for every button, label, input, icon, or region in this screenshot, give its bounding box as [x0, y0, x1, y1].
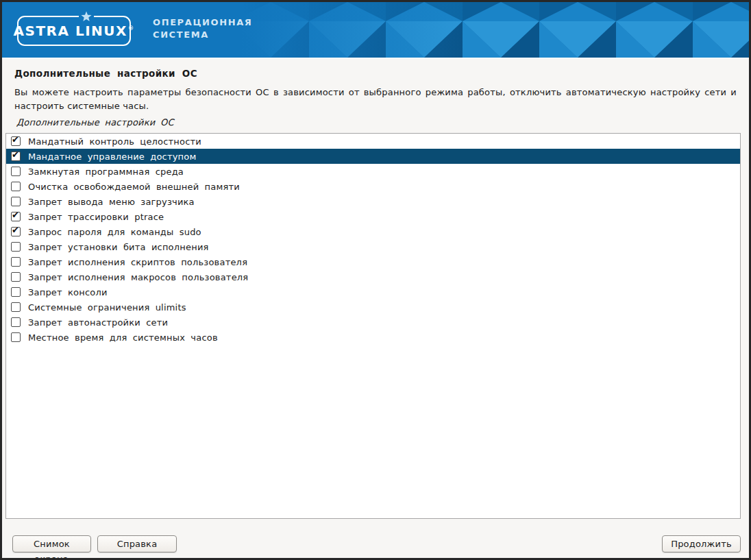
option-label: Запрос пароля для команды sudo [28, 227, 201, 237]
checkbox-checked-icon[interactable]: ✔ [11, 136, 21, 146]
option-row[interactable]: ✔Местное время для системных часов [6, 330, 740, 345]
option-label: Запрет автонастройки сети [28, 317, 168, 328]
main-content: Дополнительные настройки ОС Вы можете на… [2, 59, 749, 559]
brand-text: ОПЕРАЦИОННАЯ СИСТЕМА [153, 16, 252, 41]
help-button[interactable]: Справка [97, 535, 177, 552]
header-banner: ASTRA LINUX® ОПЕРАЦИОННАЯ СИСТЕМА [2, 2, 749, 59]
option-label: Запрет консоли [28, 287, 108, 297]
options-list: ✔Мандатный контроль целостности✔Мандатно… [5, 133, 741, 519]
option-row[interactable]: ✔Запрет вывода меню загрузчика [6, 194, 740, 209]
option-label: Мандатный контроль целостности [28, 136, 201, 147]
option-label: Запрет установки бита исполнения [28, 242, 209, 252]
option-row[interactable]: ✔Запрет установки бита исполнения [6, 239, 740, 254]
checkbox-unchecked-icon[interactable]: ✔ [11, 167, 21, 176]
option-row[interactable]: ✔Запрет консоли [6, 284, 740, 300]
checkbox-unchecked-icon[interactable]: ✔ [11, 302, 21, 312]
option-label: Замкнутая программная среда [28, 167, 184, 177]
checkbox-checked-icon[interactable]: ✔ [11, 212, 21, 221]
registered-mark: ® [128, 25, 135, 32]
checkbox-checked-icon[interactable]: ✔ [11, 151, 21, 161]
page-title: Дополнительные настройки ОС [2, 59, 749, 79]
page-description: Вы можете настроить параметры безопаснос… [14, 86, 737, 112]
checkbox-unchecked-icon[interactable]: ✔ [11, 182, 21, 191]
installer-window: ASTRA LINUX® ОПЕРАЦИОННАЯ СИСТЕМА Дополн… [0, 0, 751, 560]
checkbox-unchecked-icon[interactable]: ✔ [11, 257, 21, 267]
option-row[interactable]: ✔Запрос пароля для команды sudo [6, 224, 740, 239]
option-row[interactable]: ✔Запрет исполнения скриптов пользователя [6, 254, 740, 269]
screenshot-button[interactable]: Снимок экрана [12, 535, 91, 552]
astra-linux-logo: ASTRA LINUX® [17, 16, 131, 46]
option-row[interactable]: ✔Очистка освобождаемой внешней памяти [6, 179, 740, 194]
checkbox-checked-icon[interactable]: ✔ [11, 227, 21, 236]
option-row[interactable]: ✔Запрет автонастройки сети [6, 315, 740, 330]
option-label: Запрет вывода меню загрузчика [28, 197, 195, 207]
checkbox-unchecked-icon[interactable]: ✔ [11, 242, 21, 252]
page-caption: Дополнительные настройки ОС [16, 117, 737, 127]
option-label: Запрет трассировки ptrace [28, 212, 164, 222]
option-label: Системные ограничения ulimits [28, 302, 186, 313]
footer-bar: Снимок экрана Справка Продолжить [2, 535, 749, 553]
star-icon [79, 11, 94, 23]
logo-text: ASTRA LINUX® [14, 23, 135, 39]
checkbox-unchecked-icon[interactable]: ✔ [11, 197, 21, 206]
option-label: Местное время для системных часов [28, 332, 218, 343]
option-label: Запрет исполнения макросов пользователя [28, 272, 248, 282]
checkbox-unchecked-icon[interactable]: ✔ [11, 317, 21, 327]
continue-button[interactable]: Продолжить [662, 535, 741, 552]
option-row[interactable]: ✔Замкнутая программная среда [6, 164, 740, 179]
option-label: Мандатное управление доступом [28, 151, 196, 162]
option-row[interactable]: ✔Запрет трассировки ptrace [6, 209, 740, 224]
option-row[interactable]: ✔Мандатный контроль целостности [6, 134, 740, 149]
option-row[interactable]: ✔Запрет исполнения макросов пользователя [6, 269, 740, 284]
checkbox-unchecked-icon[interactable]: ✔ [11, 332, 21, 342]
checkbox-unchecked-icon[interactable]: ✔ [11, 287, 21, 297]
brand-line2: СИСТЕМА [153, 29, 252, 41]
option-row[interactable]: ✔Системные ограничения ulimits [6, 300, 740, 315]
brand-line1: ОПЕРАЦИОННАЯ [153, 16, 252, 29]
option-label: Запрет исполнения скриптов пользователя [28, 257, 247, 267]
checkbox-unchecked-icon[interactable]: ✔ [11, 272, 21, 282]
option-label: Очистка освобождаемой внешней памяти [28, 182, 240, 192]
option-row[interactable]: ✔Мандатное управление доступом [6, 149, 740, 164]
